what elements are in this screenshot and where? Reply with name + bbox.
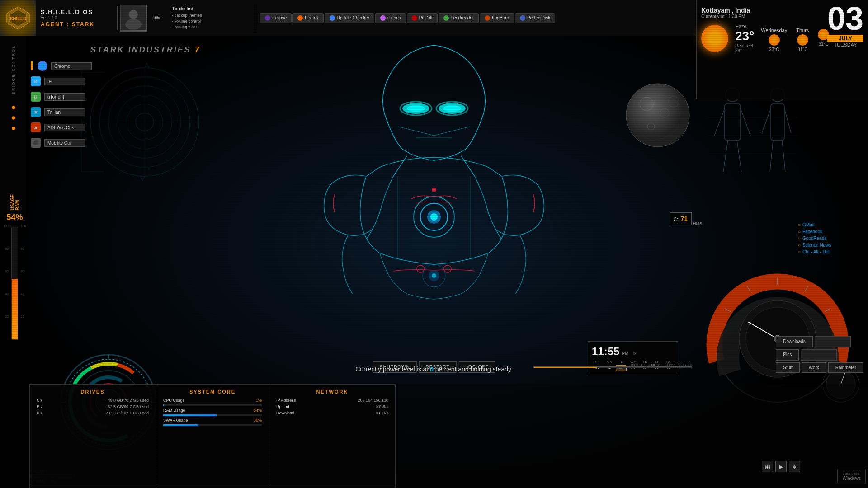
chrome-icon: 🌐 [38,61,47,71]
bridge-control-label: BRIDGE CONTROL [11,45,16,94]
download-value: 0.0 B/s [376,411,388,415]
link-goodreads[interactable]: ○GoodReads [796,235,868,242]
weather-location: Kottayam , India [701,7,829,14]
sidebar-dot-3[interactable] [12,127,15,130]
agent-photo [120,5,147,32]
windows-label: Windows [842,476,861,481]
svg-point-15 [432,188,436,192]
power-text: Currently power level is at 0 percent an… [355,366,513,373]
download-row: Download 0.0 B/s [276,411,388,415]
app-btn-feedreader[interactable]: Feedreader [439,13,479,23]
svg-point-25 [129,10,138,19]
prev-btn[interactable]: ⏮ [762,461,773,472]
ram-usage-container: RAM USAGE 54% 100 80 60 40 20 100 80 60 … [0,194,29,339]
utorrent-icon: μ [31,92,41,102]
app-list-item-utorrent[interactable]: μ uTorrent [27,89,99,104]
planet-section [624,81,692,149]
todo-item-3: - winamp skin [172,24,248,30]
forecast-day-2: Thurs [796,28,809,33]
app-list-item-trillian[interactable]: ★ Trillian [27,105,99,119]
system-core-title: SYSTEM CORE [163,389,262,394]
mobility-icon: ⬛ [31,138,41,148]
adl-label: ADL Acc Chk [44,124,85,131]
ram-percent: 54% [6,213,23,222]
human-figures [708,81,798,239]
rainmeter-btn[interactable]: Rainmeter [828,362,863,373]
media-controls: ⏮ ▶ ⏭ [762,461,800,472]
link-cad[interactable]: ○Ctrl - Alt - Del [796,249,868,255]
sidebar-dot-1[interactable] [12,106,15,109]
app-indicator-chrome [31,61,33,70]
bottom-bar: DRIVES C:\ 49.8 GB/70.2 GB used E:\ 52.5… [29,384,868,488]
ram-bar-track [11,227,18,340]
swap-row: SWAP Usage 36% [163,418,262,422]
sidebar-dot-2[interactable] [12,116,15,120]
svg-line-71 [782,140,785,172]
date-weekday: TUESDAY [827,42,863,47]
drive-c-label: C:\ [37,398,48,403]
ram-bar-fill-core [163,414,217,416]
utorrent-label: uTorrent [44,93,85,101]
link-gmail[interactable]: ○GMail [796,221,868,228]
svg-line-70 [770,140,773,172]
svg-point-26 [125,19,142,30]
svg-point-55 [626,84,689,147]
ram-bar-fill [12,279,18,339]
forecast-icon-2 [797,34,808,46]
weather-time: Currently at 11:30 PM [701,14,829,19]
link-facebook[interactable]: ○Facebook [796,228,868,235]
svg-point-2 [407,105,425,112]
work-btn[interactable]: Work [802,362,826,373]
app-btn-update[interactable]: Update Checker [325,13,374,23]
next-btn[interactable]: ⏭ [789,461,800,472]
svg-line-63 [741,108,750,136]
app-btn-perfectdisk[interactable]: PerfectDisk [515,13,555,23]
stuff-btn[interactable]: Stuff [776,362,799,373]
left-sidebar: BRIDGE CONTROL [0,36,27,217]
app-list-item-adl[interactable]: ▲ ADL Acc Chk [27,120,99,135]
drive-row-d: D:\ 29.2 GB/167.1 GB used [37,411,149,415]
downloads-btn[interactable]: Downloads [776,336,812,347]
ram-usage-label: RAM Usage [163,408,185,413]
tools-icon: ✏ [154,13,160,23]
ironman-center-image [276,23,592,339]
app-btn-eclipse[interactable]: Eclipse [260,13,292,23]
app-btn-itunes[interactable]: iTunes [375,13,406,23]
forecast-icon-1 [769,34,780,46]
pics-btn[interactable]: Pics [776,349,799,361]
drive-e-usage: 52.5 GB/60.7 GB used [108,404,149,409]
cpu-value: 1% [256,398,262,403]
svg-point-16 [417,265,424,272]
shield-logo: SHIELD [0,0,36,36]
app-btn-imgburn[interactable]: ImgBurn [480,13,514,23]
link-sciencenews[interactable]: ○Science News [796,242,868,249]
swap-bar-fill [163,424,198,426]
audio-fill [534,367,597,368]
play-btn[interactable]: ▶ [775,461,787,472]
forecast-temp-2: 31°C [796,47,809,52]
cpu-bar-fill [163,404,164,406]
drive-d-label: D:\ [37,411,48,415]
app-btn-pcoff[interactable]: PC Off [407,13,438,23]
c-drive-badge: C:: 71 [670,212,692,225]
upload-value: 0.0 B/s [376,404,388,409]
drive-row-e: E:\ 52.5 GB/60.7 GB used [37,404,149,409]
app-list-item-mobility[interactable]: ⬛ Mobility Ctrl [27,136,99,150]
drive-row-c: C:\ 49.8 GB/70.2 GB used [37,398,149,403]
app-list-item-chrome[interactable]: 🌐 Chrome [27,59,99,73]
app-list-item-ie[interactable]: e IE [27,74,99,89]
bottom-right-spacer [396,384,868,488]
svg-text:SHIELD: SHIELD [9,16,26,21]
svg-line-6 [398,127,434,136]
ie-icon: e [31,76,41,86]
drive-d-usage: 29.2 GB/167.1 GB used [105,411,149,415]
calendar-time: 11:55 [592,345,619,358]
drive-e-label: E:\ [37,404,48,409]
downloads-bar [815,336,851,347]
ram-row: RAM Usage 54% [163,408,262,413]
ram-usage-value: 54% [254,408,262,413]
links-section: ○GMail ○Facebook ○GoodReads ○Science New… [796,221,868,255]
upload-label: Upload [276,404,289,409]
download-label: Download [276,411,294,415]
app-btn-firefox[interactable]: Firefox [292,13,324,23]
